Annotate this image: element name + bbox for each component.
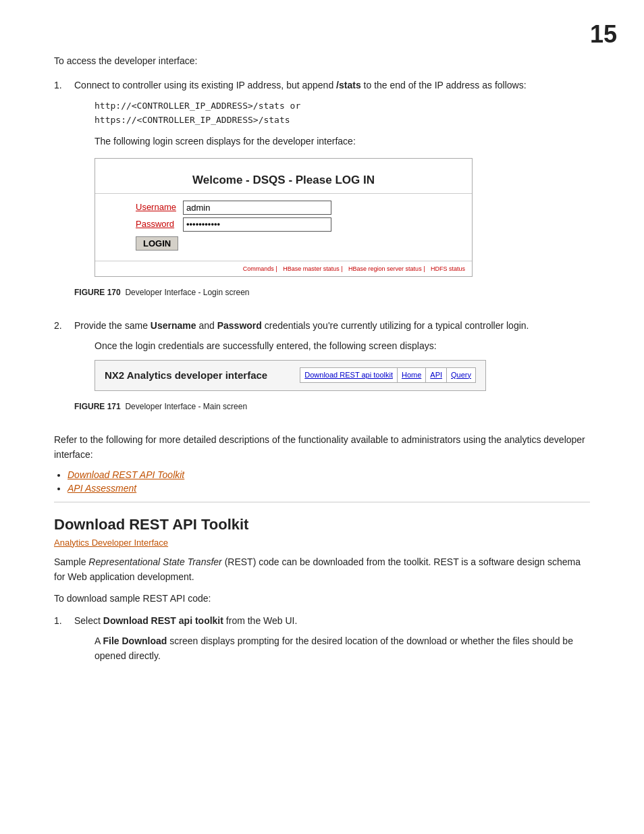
sub-note-end: screen displays prompting for the desire… — [95, 635, 573, 661]
download-step-1-text-end: from the Web UI. — [223, 615, 297, 626]
step-1-sub-text: The following login screen displays for … — [95, 134, 590, 149]
step-2-text3: credentials you're currently utilizing f… — [262, 320, 529, 331]
dev-interface-mockup: NX2 Analytics developer interface Downlo… — [95, 360, 486, 391]
login-form-area: Username Password LOGIN — [95, 194, 472, 260]
figure-170-label: FIGURE 170 — [74, 288, 121, 297]
login-screen-title: Welcome - DSQS - Please LOG IN — [102, 171, 465, 189]
bullet-link-2[interactable]: API Assessment — [68, 483, 136, 494]
step-1-text-before: Connect to controller using its existing… — [74, 80, 336, 90]
footer-link-hbase-region[interactable]: HBase region server status — [348, 265, 422, 272]
username-field: Username — [136, 201, 452, 215]
step-2-bold1: Username — [151, 320, 196, 331]
download-step-1-sub-note: A File Download screen displays promptin… — [95, 633, 590, 664]
step-2-text: Provide the same — [74, 320, 151, 331]
figure-170-caption: FIGURE 170 Developer Interface - Login s… — [74, 286, 590, 299]
step-1-number: 1. — [54, 78, 74, 310]
code-block: http://<CONTROLLER_IP_ADDRESS>/stats or … — [95, 99, 590, 128]
sub-note-start: A — [95, 635, 103, 646]
body-text-2: To download sample REST API code: — [54, 591, 590, 606]
intro-text: To access the developer interface: — [54, 54, 590, 68]
bullet-item-1: Download REST API Toolkit — [68, 469, 590, 480]
login-button[interactable]: LOGIN — [136, 236, 178, 251]
download-step-1: 1. Select Download REST api toolkit from… — [54, 613, 590, 664]
section-title: Download REST API Toolkit — [54, 516, 590, 533]
dev-nav-query[interactable]: Query — [447, 368, 475, 383]
step-1-text-after: to the end of the IP address as follows: — [361, 80, 527, 90]
download-step-1-bold: Download REST api toolkit — [103, 615, 223, 626]
password-field: Password — [136, 217, 452, 232]
step-2-text2: and — [196, 320, 217, 331]
step-1-content: Connect to controller using its existing… — [74, 78, 590, 310]
figure-171-text: Developer Interface - Main screen — [125, 402, 247, 411]
footer-link-commands[interactable]: Commands — [243, 265, 274, 272]
breadcrumb-link[interactable]: Analytics Developer Interface — [54, 538, 590, 548]
bullet-item-2: API Assessment — [68, 483, 590, 494]
sub-note-bold: File Download — [103, 635, 167, 646]
login-button-row: LOGIN — [136, 236, 452, 251]
login-screen-mockup: Welcome - DSQS - Please LOG IN Username … — [95, 158, 473, 277]
code-line-2: https://<CONTROLLER_IP_ADDRESS>/stats — [95, 113, 590, 128]
footer-link-hbase-master[interactable]: HBase master status — [283, 265, 340, 272]
step-2-content: Provide the same Username and Password c… — [74, 318, 590, 424]
page-number: 15 — [590, 20, 617, 49]
download-step-1-content: Select Download REST api toolkit from th… — [74, 613, 590, 664]
dev-nav-home[interactable]: Home — [398, 368, 426, 383]
username-label: Username — [136, 201, 183, 215]
login-screen-footer: Commands | HBase master status | HBase r… — [95, 261, 472, 276]
refer-text: Refer to the following for more detailed… — [54, 432, 590, 463]
figure-171-label: FIGURE 171 — [74, 402, 121, 411]
body-text-1: Sample Representational State Transfer (… — [54, 554, 590, 585]
dev-nav-download[interactable]: Download REST api toolkit — [300, 368, 398, 383]
password-input[interactable] — [183, 217, 331, 232]
step-2-number: 2. — [54, 318, 74, 424]
login-screen-header: Welcome - DSQS - Please LOG IN — [95, 165, 472, 194]
download-step-1-number: 1. — [54, 613, 74, 664]
body-text-1-italic: Representational State Transfer — [88, 556, 221, 567]
bullet-link-1[interactable]: Download REST API Toolkit — [68, 469, 184, 480]
dev-nav-api[interactable]: API — [426, 368, 447, 383]
bullet-list: Download REST API Toolkit API Assessment — [68, 469, 590, 494]
figure-170-text: Developer Interface - Login screen — [125, 288, 249, 297]
step-2: 2. Provide the same Username and Passwor… — [54, 318, 590, 424]
step-2-bold2: Password — [217, 320, 262, 331]
password-label: Password — [136, 217, 183, 232]
dev-interface-title: NX2 Analytics developer interface — [105, 367, 267, 384]
figure-171-caption: FIGURE 171 Developer Interface - Main sc… — [74, 400, 590, 413]
footer-link-hdfs[interactable]: HDFS status — [431, 265, 465, 272]
step-2-sub-text: Once the login credentials are successfu… — [95, 339, 590, 353]
step-1: 1. Connect to controller using its exist… — [54, 78, 590, 310]
code-line-1: http://<CONTROLLER_IP_ADDRESS>/stats or — [95, 99, 590, 113]
username-input[interactable] — [183, 201, 331, 215]
download-step-1-text-start: Select — [74, 615, 103, 626]
dev-interface-nav: Download REST api toolkit Home API Query — [300, 367, 476, 384]
step-1-bold: /stats — [336, 80, 361, 90]
body-text-1-start: Sample — [54, 556, 88, 567]
section-divider — [54, 502, 590, 502]
